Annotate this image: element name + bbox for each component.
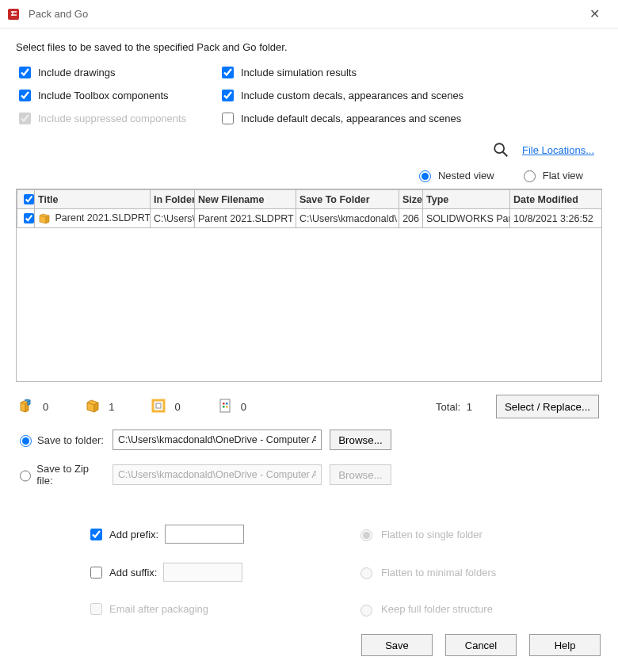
save-button[interactable]: Save	[361, 634, 433, 656]
instruction-text: Select files to be saved to the specifie…	[16, 41, 602, 53]
row-type: SOLIDWORKS Part	[423, 209, 510, 228]
radio-flatten-minimal: Flatten to minimal folders	[357, 563, 602, 582]
add-suffix-input	[163, 563, 242, 582]
save-to-folder-input[interactable]	[113, 430, 322, 450]
window-title: Pack and Go	[29, 8, 88, 20]
add-suffix-row: Add suffix:	[87, 563, 349, 582]
row-save-to[interactable]: C:\Users\kmacdonald\	[296, 209, 399, 228]
checkbox-add-prefix[interactable]: Add prefix:	[87, 526, 158, 543]
help-button[interactable]: Help	[529, 634, 601, 656]
select-replace-button[interactable]: Select / Replace...	[496, 395, 599, 418]
radio-nested-view-input[interactable]	[419, 170, 431, 182]
footer-buttons: Save Cancel Help	[361, 634, 601, 656]
save-to-zip-input	[113, 464, 322, 485]
add-prefix-row: Add prefix:	[87, 525, 349, 544]
row-in-folder: C:\Users\	[151, 209, 195, 228]
header-title[interactable]: Title	[35, 190, 151, 209]
row-title-text: Parent 2021.SLDPRT	[55, 212, 150, 223]
other-icon	[217, 398, 233, 416]
radio-flatten-single-label: Flatten to single folder	[381, 529, 483, 540]
search-icon[interactable]	[492, 141, 509, 158]
assembly-icon	[19, 398, 35, 416]
checkbox-include-toolbox[interactable]: Include Toolbox components	[16, 87, 214, 104]
row-title[interactable]: Parent 2021.SLDPRT	[35, 209, 151, 228]
header-new-filename[interactable]: New Filename	[195, 190, 296, 209]
checkbox-include-suppressed: Include suppressed components	[16, 110, 214, 127]
row-checkbox[interactable]	[17, 209, 35, 228]
file-table: Title In Folder New Filename Save To Fol…	[16, 189, 602, 382]
checkbox-include-drawings-input[interactable]	[19, 67, 31, 78]
checkbox-include-drawings[interactable]: Include drawings	[16, 64, 214, 81]
radio-nested-view[interactable]: Nested view	[415, 168, 494, 182]
svg-rect-9	[223, 406, 225, 408]
radio-save-to-zip-input[interactable]	[20, 470, 31, 482]
header-type[interactable]: Type	[423, 190, 510, 209]
browse-folder-button[interactable]: Browse...	[330, 430, 391, 450]
checkbox-include-custom-decals-input[interactable]	[222, 90, 234, 101]
checkbox-include-suppressed-input	[19, 113, 31, 124]
checkbox-email-after: Email after packaging	[87, 601, 349, 617]
cancel-button[interactable]: Cancel	[445, 634, 517, 656]
svg-line-2	[503, 152, 508, 157]
table-row[interactable]: Parent 2021.SLDPRT C:\Users\ Parent 2021…	[17, 209, 603, 228]
header-checkbox[interactable]	[17, 190, 35, 209]
row-new-filename[interactable]: Parent 2021.SLDPRT	[195, 209, 296, 228]
summary-drawing-count: 0	[174, 401, 180, 413]
svg-rect-8	[226, 403, 228, 405]
header-size[interactable]: Size	[399, 190, 423, 209]
checkbox-include-custom-decals[interactable]: Include custom decals, appearances and s…	[219, 87, 602, 104]
radio-flatten-minimal-input	[360, 567, 372, 579]
summary-drawing: 0	[151, 398, 180, 416]
checkbox-add-prefix-input[interactable]	[90, 529, 102, 540]
radio-keep-full-input	[360, 605, 372, 617]
file-locations-link[interactable]: File Locations...	[522, 144, 594, 156]
close-icon[interactable]: ✕	[578, 6, 610, 21]
checkbox-include-default-decals-label: Include default decals, appearances and …	[241, 113, 461, 124]
checkbox-include-suppressed-label: Include suppressed components	[38, 113, 186, 124]
options-grid: Include drawings Include simulation resu…	[16, 64, 602, 127]
radio-save-to-folder-label: Save to folder:	[37, 434, 104, 446]
summary-part-count: 1	[109, 401, 114, 413]
svg-rect-0	[8, 9, 19, 20]
radio-save-to-folder-input[interactable]	[20, 435, 32, 447]
checkbox-include-drawings-label: Include drawings	[38, 67, 116, 78]
part-icon-summary	[85, 398, 101, 416]
header-date-modified[interactable]: Date Modified	[510, 190, 603, 209]
checkbox-include-default-decals-input[interactable]	[222, 113, 234, 124]
radio-keep-full: Keep full folder structure	[357, 601, 602, 617]
summary-assembly-count: 0	[43, 401, 48, 413]
row-size: 206	[399, 209, 423, 228]
svg-rect-7	[223, 403, 225, 405]
summary-total: Total: 1	[436, 401, 472, 413]
checkbox-include-simulation-input[interactable]	[222, 67, 234, 78]
radio-save-to-folder[interactable]: Save to folder:	[16, 433, 105, 447]
save-to-zip-row: Save to Zip file: Browse...	[16, 463, 602, 487]
checkbox-add-suffix[interactable]: Add suffix:	[87, 564, 157, 581]
part-icon	[38, 212, 51, 225]
titlebar: Pack and Go ✕	[0, 0, 618, 29]
checkbox-include-custom-decals-label: Include custom decals, appearances and s…	[241, 90, 464, 101]
radio-flat-view-label: Flat view	[543, 170, 583, 181]
radio-flat-view[interactable]: Flat view	[520, 168, 583, 182]
header-in-folder[interactable]: In Folder	[151, 190, 195, 209]
checkbox-include-simulation[interactable]: Include simulation results	[219, 64, 602, 81]
row-date-modified: 10/8/2021 3:26:52	[510, 209, 603, 228]
summary-total-value: 1	[467, 401, 472, 413]
radio-save-to-zip[interactable]: Save to Zip file:	[16, 463, 105, 487]
checkbox-include-toolbox-input[interactable]	[19, 90, 31, 101]
svg-rect-6	[220, 399, 230, 412]
save-to-folder-row: Save to folder: Browse...	[16, 430, 602, 450]
add-prefix-input[interactable]	[165, 525, 244, 544]
checkbox-add-prefix-label: Add prefix:	[109, 529, 158, 540]
summary-other-count: 0	[241, 401, 246, 413]
radio-flatten-minimal-label: Flatten to minimal folders	[381, 567, 496, 578]
checkbox-add-suffix-input[interactable]	[90, 567, 102, 578]
radio-flat-view-input[interactable]	[524, 170, 536, 182]
svg-rect-3	[153, 400, 164, 411]
header-save-to[interactable]: Save To Folder	[296, 190, 399, 209]
svg-point-1	[494, 143, 504, 153]
summary-other: 0	[217, 398, 246, 416]
checkbox-email-after-input	[90, 603, 102, 615]
radio-keep-full-label: Keep full folder structure	[381, 603, 493, 615]
checkbox-include-default-decals[interactable]: Include default decals, appearances and …	[219, 110, 602, 127]
